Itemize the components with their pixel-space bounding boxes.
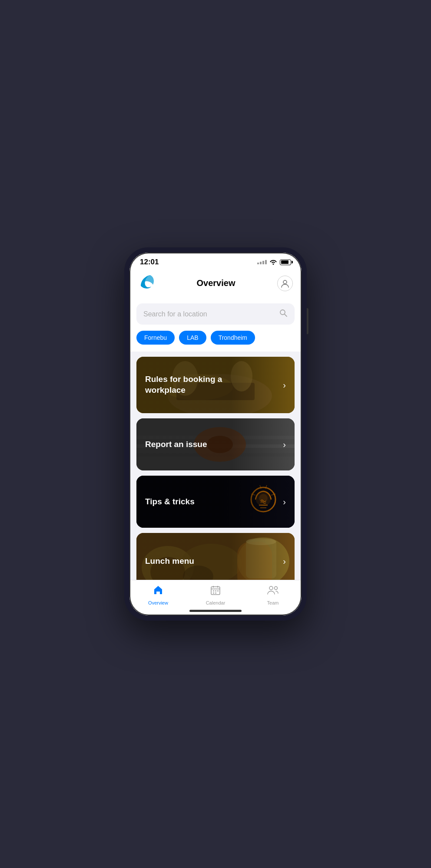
nav-team[interactable]: Team — [258, 585, 288, 605]
svg-point-55 — [275, 587, 278, 590]
svg-rect-53 — [215, 592, 216, 594]
card-issue[interactable]: Report an issue › — [136, 418, 295, 470]
status-time: 12:01 — [140, 258, 159, 266]
nav-calendar-label: Calendar — [206, 600, 225, 605]
phone-shell: 12:01 — [124, 247, 307, 621]
user-avatar[interactable] — [277, 276, 293, 291]
location-chips: Fornebu LAB Trondheim — [129, 331, 302, 352]
card-tips[interactable]: Tips & tricks › — [136, 476, 295, 528]
card-lunch-content: Lunch menu › — [136, 533, 295, 580]
signal-icon — [257, 260, 267, 264]
search-icon — [279, 309, 288, 319]
card-tips-content: Tips & tricks › — [136, 476, 295, 528]
phone-screen: 12:01 — [129, 253, 302, 615]
card-booking[interactable]: Rules for booking a workplace › — [136, 357, 295, 413]
svg-point-1 — [280, 310, 285, 315]
battery-icon — [280, 260, 291, 265]
svg-rect-49 — [213, 590, 214, 592]
svg-rect-51 — [217, 590, 219, 592]
bottom-nav: Overview Calendar — [129, 580, 302, 608]
card-lunch-title: Lunch menu — [145, 556, 194, 567]
svg-point-0 — [283, 280, 287, 284]
calendar-icon — [210, 585, 221, 598]
card-issue-content: Report an issue › — [136, 418, 295, 470]
card-tips-chevron: › — [283, 497, 286, 507]
card-issue-title: Report an issue — [145, 439, 207, 450]
team-icon — [266, 585, 279, 598]
app-header: Overview — [129, 270, 302, 299]
status-bar: 12:01 — [129, 253, 302, 270]
home-bar — [189, 610, 242, 612]
card-issue-chevron: › — [283, 440, 286, 450]
nav-overview-label: Overview — [148, 600, 168, 605]
card-lunch[interactable]: Lunch menu › — [136, 533, 295, 580]
card-booking-title: Rules for booking a workplace — [145, 374, 255, 395]
search-section: Search for a location — [129, 299, 302, 331]
chip-fornebu[interactable]: Fornebu — [136, 331, 175, 345]
card-tips-title: Tips & tricks — [145, 496, 195, 507]
cards-list: Rules for booking a workplace › — [129, 352, 302, 580]
search-placeholder: Search for a location — [143, 310, 275, 318]
svg-rect-52 — [213, 592, 214, 594]
chip-trondheim[interactable]: Trondheim — [211, 331, 255, 345]
svg-line-2 — [285, 314, 287, 316]
telenor-logo — [138, 273, 155, 293]
svg-rect-50 — [215, 590, 216, 592]
nav-overview[interactable]: Overview — [143, 585, 173, 605]
page-title: Overview — [197, 278, 235, 288]
home-icon — [153, 585, 164, 598]
svg-point-54 — [269, 586, 273, 590]
card-booking-chevron: › — [283, 380, 286, 390]
card-booking-content: Rules for booking a workplace › — [136, 357, 295, 413]
wifi-icon — [269, 259, 277, 266]
card-lunch-chevron: › — [283, 556, 286, 566]
chip-lab[interactable]: LAB — [179, 331, 206, 345]
nav-team-label: Team — [267, 600, 279, 605]
search-bar[interactable]: Search for a location — [136, 303, 295, 325]
home-indicator — [129, 608, 302, 615]
status-icons — [257, 259, 291, 266]
nav-calendar[interactable]: Calendar — [200, 585, 231, 605]
